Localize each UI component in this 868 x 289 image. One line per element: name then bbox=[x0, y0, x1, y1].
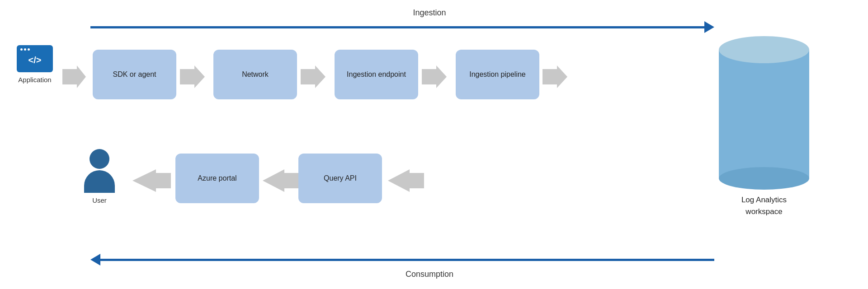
log-analytics-label: Log Analyticsworkspace bbox=[741, 194, 787, 217]
azure-portal-box: Azure portal bbox=[175, 154, 259, 203]
user-body bbox=[84, 170, 115, 193]
consumption-arrow bbox=[90, 255, 714, 264]
arrow-network-to-endpoint bbox=[301, 65, 330, 88]
sdk-agent-box: SDK or agent bbox=[93, 50, 176, 99]
cylinder-bottom bbox=[719, 167, 809, 190]
svg-marker-4 bbox=[542, 65, 567, 88]
svg-marker-0 bbox=[62, 65, 86, 88]
dot3 bbox=[28, 48, 30, 51]
svg-marker-5 bbox=[132, 169, 171, 192]
ingestion-arrow bbox=[90, 23, 714, 32]
arrow-app-to-sdk bbox=[62, 65, 90, 88]
dot2 bbox=[24, 48, 26, 51]
svg-marker-7 bbox=[388, 169, 424, 192]
diagram-container: Ingestion </> Application SDK or agent N… bbox=[0, 0, 868, 289]
svg-marker-2 bbox=[301, 65, 326, 88]
app-icon-dots bbox=[20, 48, 30, 51]
arrow-endpoint-to-pipeline bbox=[422, 65, 451, 88]
user-head bbox=[90, 149, 109, 169]
dot1 bbox=[20, 48, 23, 51]
svg-marker-6 bbox=[263, 169, 299, 192]
app-icon-code: </> bbox=[28, 55, 42, 65]
ingestion-endpoint-box: Ingestion endpoint bbox=[335, 50, 418, 99]
cylinder-body bbox=[719, 50, 809, 181]
ingestion-label: Ingestion bbox=[271, 8, 588, 18]
query-api-box: Query API bbox=[298, 154, 382, 203]
svg-marker-1 bbox=[180, 65, 205, 88]
application-icon: </> bbox=[17, 45, 53, 72]
arrow-pipeline-to-cylinder bbox=[542, 65, 572, 88]
arrow-cylinder-to-queryapi bbox=[388, 169, 424, 192]
arrow-portal-to-user bbox=[132, 169, 171, 192]
network-box: Network bbox=[213, 50, 297, 99]
consumption-arrow-head bbox=[90, 254, 100, 266]
ingestion-pipeline-box: Ingestion pipeline bbox=[456, 50, 539, 99]
log-analytics-cylinder bbox=[719, 36, 809, 190]
svg-marker-3 bbox=[422, 65, 447, 88]
user-icon bbox=[84, 149, 115, 193]
consumption-label: Consumption bbox=[271, 270, 588, 279]
ingestion-arrow-head bbox=[704, 21, 714, 33]
log-analytics-cylinder-container: Log Analyticsworkspace bbox=[714, 36, 814, 217]
cylinder-top bbox=[719, 36, 809, 63]
consumption-arrow-line bbox=[100, 259, 714, 261]
arrow-queryapi-to-portal bbox=[263, 169, 299, 192]
application-icon-container: </> Application bbox=[10, 45, 60, 84]
user-label: User bbox=[92, 196, 107, 204]
ingestion-arrow-line bbox=[90, 26, 704, 28]
arrow-sdk-to-network bbox=[180, 65, 209, 88]
application-label: Application bbox=[18, 76, 51, 84]
user-container: User bbox=[79, 149, 120, 204]
